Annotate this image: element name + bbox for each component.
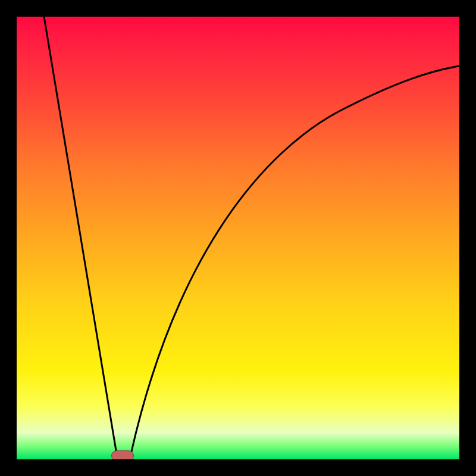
frame-left bbox=[0, 0, 17, 476]
plot-area bbox=[17, 17, 459, 459]
curve-svg bbox=[17, 17, 459, 459]
frame-right bbox=[459, 0, 476, 476]
bottleneck-curve bbox=[44, 17, 459, 459]
frame-top bbox=[0, 0, 476, 17]
frame-bottom bbox=[0, 459, 476, 476]
